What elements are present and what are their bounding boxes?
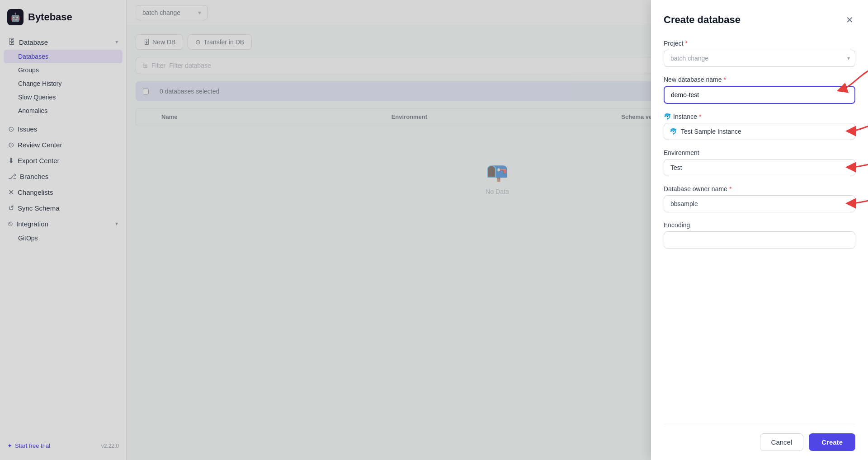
instance-select-wrapper: 🐬 Test Sample Instance ▾ [664,123,855,140]
environment-value: Test [670,164,682,171]
instance-value: Test Sample Instance [681,128,741,135]
project-select-wrapper: batch change ▾ [664,50,855,67]
environment-select-wrapper: Test ▾ [664,159,855,176]
encoding-field: Encoding [664,221,855,249]
owner-required-mark: * [729,185,731,192]
database-name-required-mark: * [723,76,726,83]
environment-field: Environment Test ▾ [664,149,855,176]
environment-chevron-icon: ▾ [847,164,850,171]
owner-name-label: Database owner name * [664,185,855,192]
cancel-button[interactable]: Cancel [760,433,804,451]
instance-label: 🐬 Instance * [664,113,855,120]
owner-name-field: Database owner name * bbsample ▾ [664,185,855,212]
environment-select[interactable]: Test [664,159,855,176]
environment-label: Environment [664,149,855,156]
drawer-title: Create database [664,14,741,26]
create-button[interactable]: Create [809,433,855,451]
project-field: Project * batch change ▾ [664,40,855,67]
project-value: batch change [670,55,708,62]
owner-select-wrapper: bbsample ▾ [664,195,855,212]
encoding-input[interactable] [664,231,855,249]
drawer-header: Create database ✕ [664,13,855,27]
project-select[interactable]: batch change [664,50,855,67]
owner-value: bbsample [670,200,698,207]
instance-chevron-icon: ▾ [847,128,850,135]
database-name-field: New database name * [664,76,855,104]
project-required-mark: * [685,40,688,47]
drawer-footer: Cancel Create [664,424,855,451]
instance-icon: 🐬 [664,113,671,120]
database-name-input[interactable] [664,86,855,104]
instance-select[interactable]: 🐬 Test Sample Instance [664,123,855,140]
close-button[interactable]: ✕ [844,13,855,27]
database-name-label: New database name * [664,76,855,83]
owner-select[interactable]: bbsample [664,195,855,212]
instance-db-icon: 🐬 [670,128,677,135]
instance-required-mark: * [699,113,701,120]
owner-chevron-icon: ▾ [847,201,850,207]
instance-field: 🐬 Instance * 🐬 Test Sample Instance ▾ [664,113,855,140]
project-label: Project * [664,40,855,47]
create-database-drawer: Create database ✕ Project * batch change… [651,0,868,460]
encoding-label: Encoding [664,221,855,229]
project-chevron-icon: ▾ [847,55,850,61]
